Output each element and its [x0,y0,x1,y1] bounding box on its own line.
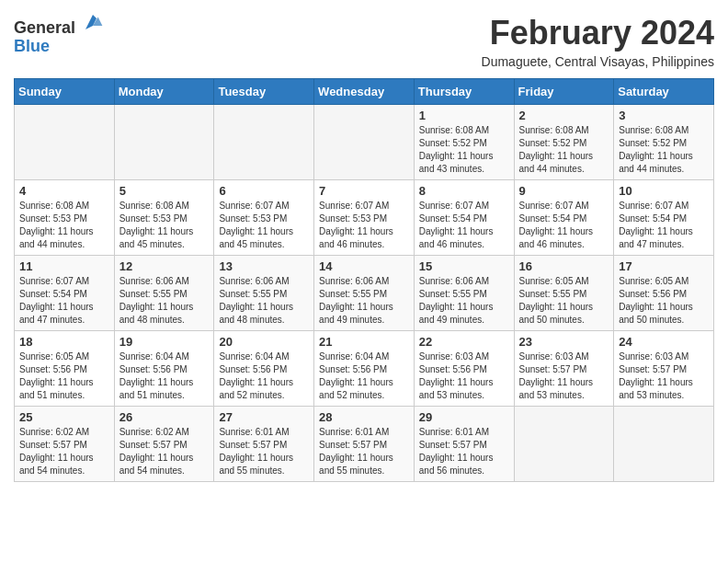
day-number: 20 [219,335,309,349]
calendar-cell: 18Sunrise: 6:05 AMSunset: 5:56 PMDayligh… [15,331,115,407]
day-number: 10 [619,184,709,198]
day-number: 13 [219,259,309,273]
calendar-cell [15,105,115,180]
day-number: 9 [519,184,609,198]
day-number: 19 [119,335,210,349]
title-area: February 2024 Dumaguete, Central Visayas… [482,14,714,69]
calendar-cell [314,105,415,180]
day-number: 22 [419,335,509,349]
calendar-cell: 6Sunrise: 6:07 AMSunset: 5:53 PMDaylight… [214,180,314,256]
day-info: Sunrise: 6:02 AMSunset: 5:57 PMDaylight:… [19,426,109,477]
calendar-cell: 12Sunrise: 6:06 AMSunset: 5:55 PMDayligh… [114,256,214,331]
calendar-header-saturday: Saturday [614,79,714,105]
logo: General Blue [14,18,104,56]
logo-blue-text: Blue [14,38,104,56]
day-number: 24 [619,335,709,349]
day-info: Sunrise: 6:07 AMSunset: 5:53 PMDaylight:… [219,200,309,251]
calendar-header-friday: Friday [514,79,614,105]
day-info: Sunrise: 6:06 AMSunset: 5:55 PMDaylight:… [319,275,409,327]
day-number: 15 [419,259,509,273]
day-number: 27 [219,410,309,424]
day-number: 25 [19,410,109,424]
calendar-cell: 24Sunrise: 6:03 AMSunset: 5:57 PMDayligh… [614,331,714,407]
calendar-cell [114,105,214,180]
calendar-header-tuesday: Tuesday [214,79,314,105]
page-header: General Blue February 2024 Dumaguete, Ce… [14,14,714,69]
day-info: Sunrise: 6:02 AMSunset: 5:57 PMDaylight:… [119,426,210,477]
day-info: Sunrise: 6:08 AMSunset: 5:52 PMDaylight:… [419,124,509,176]
calendar-cell: 26Sunrise: 6:02 AMSunset: 5:57 PMDayligh… [114,407,214,482]
day-info: Sunrise: 6:01 AMSunset: 5:57 PMDaylight:… [219,426,309,477]
calendar-cell: 20Sunrise: 6:04 AMSunset: 5:56 PMDayligh… [214,331,314,407]
calendar-cell [514,407,614,482]
day-number: 2 [519,109,609,122]
day-number: 29 [419,410,509,424]
calendar-week-row: 18Sunrise: 6:05 AMSunset: 5:56 PMDayligh… [15,331,714,407]
day-number: 4 [19,184,109,198]
calendar-cell: 29Sunrise: 6:01 AMSunset: 5:57 PMDayligh… [414,407,514,482]
calendar-header-monday: Monday [114,79,214,105]
calendar-cell: 9Sunrise: 6:07 AMSunset: 5:54 PMDaylight… [514,180,614,256]
day-info: Sunrise: 6:06 AMSunset: 5:55 PMDaylight:… [119,275,210,327]
day-info: Sunrise: 6:04 AMSunset: 5:56 PMDaylight:… [319,350,409,402]
calendar-cell: 11Sunrise: 6:07 AMSunset: 5:54 PMDayligh… [15,256,115,331]
day-number: 6 [219,184,309,198]
calendar-cell: 27Sunrise: 6:01 AMSunset: 5:57 PMDayligh… [214,407,314,482]
calendar-cell: 17Sunrise: 6:05 AMSunset: 5:56 PMDayligh… [614,256,714,331]
day-info: Sunrise: 6:03 AMSunset: 5:56 PMDaylight:… [419,350,509,402]
day-info: Sunrise: 6:08 AMSunset: 5:52 PMDaylight:… [619,124,709,176]
calendar-header-wednesday: Wednesday [314,79,415,105]
day-number: 28 [319,410,409,424]
calendar-cell: 5Sunrise: 6:08 AMSunset: 5:53 PMDaylight… [114,180,214,256]
calendar-table: SundayMondayTuesdayWednesdayThursdayFrid… [14,78,714,482]
day-number: 14 [319,259,409,273]
day-info: Sunrise: 6:07 AMSunset: 5:54 PMDaylight:… [419,200,509,251]
day-number: 16 [519,259,609,273]
calendar-cell: 4Sunrise: 6:08 AMSunset: 5:53 PMDaylight… [15,180,115,256]
calendar-cell: 23Sunrise: 6:03 AMSunset: 5:57 PMDayligh… [514,331,614,407]
calendar-header-row: SundayMondayTuesdayWednesdayThursdayFrid… [15,79,714,105]
calendar-cell: 28Sunrise: 6:01 AMSunset: 5:57 PMDayligh… [314,407,415,482]
calendar-cell: 14Sunrise: 6:06 AMSunset: 5:55 PMDayligh… [314,256,415,331]
calendar-cell: 1Sunrise: 6:08 AMSunset: 5:52 PMDaylight… [414,105,514,180]
calendar-cell: 13Sunrise: 6:06 AMSunset: 5:55 PMDayligh… [214,256,314,331]
day-info: Sunrise: 6:07 AMSunset: 5:53 PMDaylight:… [319,200,409,251]
calendar-cell: 15Sunrise: 6:06 AMSunset: 5:55 PMDayligh… [414,256,514,331]
calendar-week-row: 1Sunrise: 6:08 AMSunset: 5:52 PMDaylight… [15,105,714,180]
day-info: Sunrise: 6:05 AMSunset: 5:56 PMDaylight:… [19,350,109,402]
calendar-cell: 22Sunrise: 6:03 AMSunset: 5:56 PMDayligh… [414,331,514,407]
month-year-title: February 2024 [482,14,714,52]
day-info: Sunrise: 6:04 AMSunset: 5:56 PMDaylight:… [219,350,309,402]
day-number: 5 [119,184,210,198]
logo-text: General [14,18,104,38]
day-info: Sunrise: 6:05 AMSunset: 5:55 PMDaylight:… [519,275,609,327]
calendar-cell: 10Sunrise: 6:07 AMSunset: 5:54 PMDayligh… [614,180,714,256]
day-number: 8 [419,184,509,198]
day-info: Sunrise: 6:06 AMSunset: 5:55 PMDaylight:… [419,275,509,327]
day-info: Sunrise: 6:07 AMSunset: 5:54 PMDaylight:… [519,200,609,251]
calendar-header-thursday: Thursday [414,79,514,105]
day-info: Sunrise: 6:08 AMSunset: 5:52 PMDaylight:… [519,124,609,176]
day-number: 23 [519,335,609,349]
calendar-cell: 7Sunrise: 6:07 AMSunset: 5:53 PMDaylight… [314,180,415,256]
day-number: 21 [319,335,409,349]
calendar-cell: 3Sunrise: 6:08 AMSunset: 5:52 PMDaylight… [614,105,714,180]
day-number: 11 [19,259,109,273]
calendar-cell [614,407,714,482]
calendar-header-sunday: Sunday [15,79,115,105]
location-subtitle: Dumaguete, Central Visayas, Philippines [482,54,714,69]
day-number: 18 [19,335,109,349]
calendar-cell: 25Sunrise: 6:02 AMSunset: 5:57 PMDayligh… [15,407,115,482]
calendar-cell: 21Sunrise: 6:04 AMSunset: 5:56 PMDayligh… [314,331,415,407]
day-number: 26 [119,410,210,424]
calendar-week-row: 25Sunrise: 6:02 AMSunset: 5:57 PMDayligh… [15,407,714,482]
day-info: Sunrise: 6:05 AMSunset: 5:56 PMDaylight:… [619,275,709,327]
calendar-cell [214,105,314,180]
day-info: Sunrise: 6:04 AMSunset: 5:56 PMDaylight:… [119,350,210,402]
day-info: Sunrise: 6:03 AMSunset: 5:57 PMDaylight:… [619,350,709,402]
calendar-cell: 16Sunrise: 6:05 AMSunset: 5:55 PMDayligh… [514,256,614,331]
calendar-week-row: 11Sunrise: 6:07 AMSunset: 5:54 PMDayligh… [15,256,714,331]
day-info: Sunrise: 6:01 AMSunset: 5:57 PMDaylight:… [419,426,509,477]
day-info: Sunrise: 6:03 AMSunset: 5:57 PMDaylight:… [519,350,609,402]
day-number: 7 [319,184,409,198]
